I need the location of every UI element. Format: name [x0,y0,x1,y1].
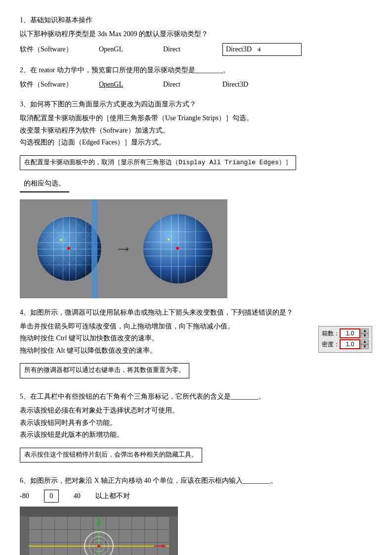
q5-answer: 表示按住这个按钮稍停片刻后，会弹出各种相关的隐藏工具。 [20,448,202,463]
spinbox-arrows1: ▲ ▼ [361,328,369,338]
q4-content: 单击并按住箭头即可连续改变值，向上拖动增加值，向下拖动减小值。 拖动时按住 Ct… [20,321,372,359]
spinbox-label1: 箱数： [322,329,340,338]
q4-line1: 单击并按住箭头即可连续改变值，向上拖动增加值，向下拖动减小值。 [20,321,308,332]
spin-down2[interactable]: ▼ [361,344,369,349]
spinbox-row-2: 密度： ▲ ▼ [322,339,369,349]
q3-line2: 改变显卡驱动程序为软件（Software）加速方式。 [20,125,372,136]
q1-subtitle: 以下那种驱动程序类型是 3ds Max 2009 的默认显示驱动类型？ [20,29,372,40]
q4-line2: 拖动时按住 Ctrl 键可以加快数值改变的速率。 [20,333,308,344]
spin-down1[interactable]: ▼ [361,333,369,338]
q1-opt3: Direct [163,44,222,55]
q2-title: 2、在 reator 动力学中，预览窗口所使用的显示驱动类型是________。 [20,65,372,76]
q3-answer: 在配置显卡驱动面板中的，取消［显示所有三角形边（Display All Tria… [20,155,296,171]
q2-opt1: 软件（Software） [20,79,99,90]
spinbox-area: 箱数： ▲ ▼ 密度： ▲ ▼ [318,326,372,353]
q2-opt3: Direct [163,79,222,90]
spinbox-input2[interactable] [340,339,360,349]
spinbox-row-1: 箱数： ▲ ▼ [322,328,369,338]
blue-divider [91,199,97,298]
q1-opt1: 软件（Software） [20,44,99,55]
spinbox-arrows2: ▲ ▼ [361,339,369,349]
question-3: 3、如何将下图的三角面显示方式更改为四边面显示方式？ 取消配置显卡驱动面板中的［… [20,99,372,298]
spinbox-input1[interactable] [340,328,360,338]
sphere-quad-right [143,214,213,283]
q4-line3: 拖动时按住 Alt 键可以降低数值改变的速率。 [20,345,308,356]
q5-line2: 表示该按钮同时具有多个功能。 [20,417,372,428]
q2-options: 软件（Software） OpenGL Direct Direct3D [20,79,372,90]
q3-image: → [20,199,227,298]
q3-title: 3、如何将下图的三角面显示方式更改为四边面显示方式？ [20,99,372,110]
q4-text: 单击并按住箭头即可连续改变值，向上拖动增加值，向下拖动减小值。 拖动时按住 Ct… [20,321,308,359]
q1-opt4-boxed: Direct3D 4 [222,43,302,56]
q3-answer2: 的相应勾选。 [20,176,69,192]
q6-opt2-boxed: 0 [44,490,59,503]
arrow: → [109,234,138,263]
q6-title: 6、如图所示，把对象沿 X 轴正方向移动 40 个单位，应该在图示框内输入___… [20,475,372,486]
q6-opt3: 40 [74,491,81,502]
question-5: 5、在工具栏中有些按钮的右下角有个三角形标记，它所代表的含义是________。… [20,391,372,466]
q3-line1: 取消配置显卡驱动面板中的［使用三角形条带（Use Triangle Strips… [20,113,372,124]
question-2: 2、在 reator 动力学中，预览窗口所使用的显示驱动类型是________。… [20,65,372,90]
q5-line1: 表示该按钮必须在有对象处于选择状态时才可使用。 [20,405,372,416]
spinbox-label2: 密度： [322,340,340,349]
q1-title: 1、基础知识和基本操作 [20,15,372,26]
question-4: 4、如图所示，微调器可以使用鼠标单击或拖动上下箭头来改变数值，下列描述错误的是？… [20,307,372,382]
q1-options: 软件（Software） OpenGL Direct Direct3D 4 [20,43,372,56]
question-1: 1、基础知识和基本操作 以下那种驱动程序类型是 3ds Max 2009 的默认… [20,15,372,56]
q6-options: -80 0 40 以上都不对 [20,490,372,503]
q5-line3: 表示该按钮是此版本的新增功能。 [20,429,372,440]
q6-image [20,507,178,555]
q2-opt4: Direct3D [222,79,302,90]
q5-title: 5、在工具栏中有些按钮的右下角有个三角形标记，它所代表的含义是________。 [20,391,372,402]
q6-opt4: 以上都不对 [95,491,130,502]
q3-line3: 勾选视图的［边面（Edged Faces）］显示方式。 [20,137,372,148]
question-6: 6、如图所示，把对象沿 X 轴正方向移动 40 个单位，应该在图示框内输入___… [20,475,372,555]
q2-opt2: OpenGL [99,79,163,90]
q6-opt1: -80 [20,491,29,502]
q4-title: 4、如图所示，微调器可以使用鼠标单击或拖动上下箭头来改变数值，下列描述错误的是？ [20,307,372,318]
q1-opt2: OpenGL [99,44,163,55]
q4-answer: 所有的微调器都可以通过右键单击，将其数值重置为零。 [20,363,189,378]
